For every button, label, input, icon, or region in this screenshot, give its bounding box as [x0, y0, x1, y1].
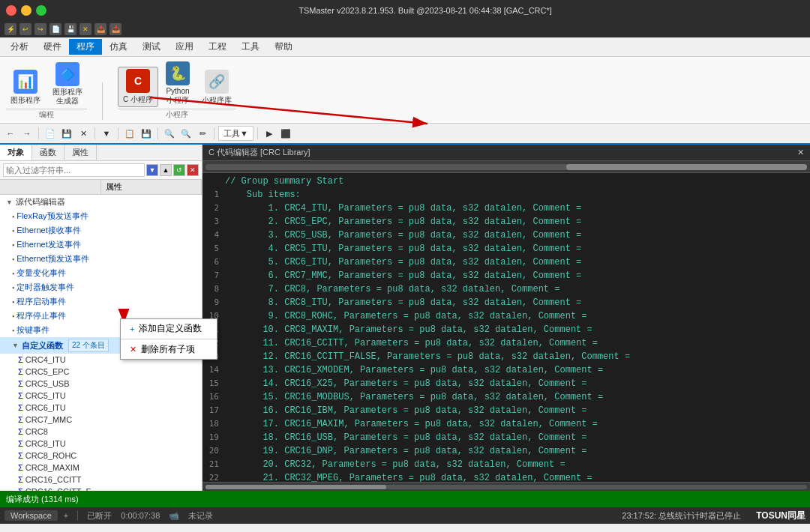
- tree-item-crc16ccitt[interactable]: Σ CRC16_CCITT: [0, 474, 202, 486]
- ctx-item-add[interactable]: + 添加自定义函数: [121, 319, 217, 338]
- redo-icon[interactable]: ↪: [34, 23, 46, 35]
- hscrollbar-thumb[interactable]: [206, 485, 386, 489]
- code-area[interactable]: // Group summary Start 1 Sub items: 2 1.…: [202, 173, 810, 482]
- minimize-icon[interactable]: [21, 5, 32, 16]
- lightning-icon[interactable]: ⚡: [4, 23, 16, 35]
- st-filter-down[interactable]: ▼: [99, 126, 114, 141]
- export-icon[interactable]: 📤: [94, 23, 106, 35]
- tree-item-crc16ccittf[interactable]: Σ CRC16_CCITT_F: [0, 486, 202, 491]
- import-icon[interactable]: 📥: [110, 23, 122, 35]
- tree-crc4-label: CRC4_ITU: [26, 355, 66, 364]
- menu-project[interactable]: 工程: [201, 39, 234, 55]
- editor-close-btn[interactable]: ✕: [797, 148, 804, 157]
- st-search2[interactable]: 🔍: [178, 126, 194, 141]
- tab-properties[interactable]: 属性: [64, 145, 97, 160]
- tree-item-eth-recv[interactable]: ▪ Ethernet接收事件: [0, 223, 202, 238]
- tree-item-crc5usb[interactable]: Σ CRC5_USB: [0, 378, 202, 390]
- tree-key-label: 按键事件: [16, 324, 50, 336]
- undo-icon[interactable]: ↩: [20, 23, 32, 35]
- menu-analyze[interactable]: 分析: [3, 39, 36, 55]
- menu-apply[interactable]: 应用: [168, 39, 201, 55]
- editor-scrollbar[interactable]: [202, 161, 810, 173]
- tree-item-timer[interactable]: ▪ 定时器触发事件: [0, 280, 202, 294]
- ribbon-btn-prog-lib[interactable]: 🔗 小程序库: [197, 68, 236, 107]
- tree-crc5epc-label: CRC5_EPC: [26, 367, 70, 376]
- ribbon-btn-c-program[interactable]: C C 小程序: [118, 67, 158, 107]
- sigma-icon: Σ: [18, 415, 23, 424]
- tools-dropdown[interactable]: 工具▼: [218, 126, 254, 141]
- scrollbar-track[interactable]: [206, 164, 807, 170]
- st-new-file[interactable]: 📄: [43, 126, 58, 141]
- filter-close-btn[interactable]: ✕: [187, 164, 199, 176]
- code-line-19: 19 18. CRC16_USB, Parameters = pu8 data,…: [202, 432, 810, 446]
- menu-test[interactable]: 测试: [135, 39, 168, 55]
- tree-item-crc7[interactable]: Σ CRC7_MMC: [0, 414, 202, 426]
- tree-item-crc8[interactable]: Σ CRC8: [0, 426, 202, 438]
- tree-item-eth-send[interactable]: ▪ Ethernet发送事件: [0, 238, 202, 252]
- filter-clear-btn[interactable]: ▼: [146, 164, 158, 176]
- st-edit[interactable]: ✏: [195, 126, 210, 141]
- taskbar: Workspace + 已断开 0:00:07:38 📹 未记录 23:17:5…: [0, 507, 810, 524]
- line-content: 6. CRC7_MMC, Parameters = pu8 data, s32 …: [225, 270, 581, 281]
- editor-hscrollbar[interactable]: [202, 482, 810, 491]
- menu-tools[interactable]: 工具: [234, 39, 267, 55]
- ctx-add-label: 添加自定义函数: [139, 322, 202, 335]
- st-sep4: [158, 127, 158, 139]
- tab-objects[interactable]: 对象: [0, 145, 32, 160]
- st-close[interactable]: ✕: [76, 126, 91, 141]
- save-icon[interactable]: 💾: [64, 23, 76, 35]
- add-workspace-btn[interactable]: +: [64, 511, 68, 520]
- item-icon: ▪: [12, 213, 14, 220]
- st-run[interactable]: ▶: [262, 126, 277, 141]
- tree-item-flexray[interactable]: ▪ FlexRay预发送事件: [0, 209, 202, 223]
- ribbon: 📊 图形程序 🔷 图形程序生成器 编程 C C 小程序 🐍 Pyt: [0, 57, 810, 124]
- st-search1[interactable]: 🔍: [162, 126, 177, 141]
- new-icon[interactable]: 📄: [50, 23, 62, 35]
- tree-item-crc6[interactable]: Σ CRC6_ITU: [0, 402, 202, 414]
- menu-program[interactable]: 程序: [69, 39, 102, 55]
- tab-functions[interactable]: 函数: [32, 145, 64, 160]
- st-paste[interactable]: 💾: [139, 126, 154, 141]
- filter-input[interactable]: [3, 163, 145, 177]
- line-num: 18: [202, 419, 225, 429]
- st-forward[interactable]: →: [20, 126, 34, 141]
- window-controls[interactable]: [6, 5, 46, 16]
- tree-item-crc5itu[interactable]: Σ CRC5_ITU: [0, 390, 202, 402]
- code-line-10: 10 9. CRC8_ROHC, Parameters = pu8 data, …: [202, 311, 810, 324]
- ctx-item-delete[interactable]: ✕ 删除所有子项: [121, 340, 217, 359]
- tree-item-var-change[interactable]: ▪ 变量变化事件: [0, 266, 202, 280]
- ribbon-btn-graphical-gen[interactable]: 🔷 图形程序生成器: [48, 61, 87, 107]
- ribbon-btn-graphical[interactable]: 📊 图形程序: [6, 68, 45, 107]
- item-icon: ▪: [12, 298, 14, 306]
- close-file-icon[interactable]: ✕: [80, 23, 92, 35]
- menu-hardware[interactable]: 硬件: [36, 39, 69, 55]
- tree-item-prog-start[interactable]: ▪ 程序启动事件: [0, 294, 202, 309]
- tree-item-crc5epc[interactable]: Σ CRC5_EPC: [0, 366, 202, 378]
- st-copy[interactable]: 📋: [122, 126, 137, 141]
- st-back[interactable]: ←: [3, 126, 18, 141]
- tree-item-root[interactable]: ▼ 源代码编辑器: [0, 195, 202, 209]
- main-area: 对象 函数 属性 ▼ ▲ ↺ ✕ 属性 ▼ 源代码编辑器: [0, 145, 810, 491]
- line-content: 16. CRC16_IBM, Parameters = pu8 data, s3…: [225, 405, 586, 416]
- maximize-icon[interactable]: [36, 5, 46, 16]
- tree-item-crc8maxim[interactable]: Σ CRC8_MAXIM: [0, 462, 202, 474]
- menu-simulate[interactable]: 仿真: [102, 39, 135, 55]
- filter-up-btn[interactable]: ▲: [160, 164, 172, 176]
- tree-item-crc8itu[interactable]: Σ CRC8_ITU: [0, 438, 202, 450]
- st-stop[interactable]: ⬛: [278, 126, 293, 141]
- filter-refresh-btn[interactable]: ↺: [173, 164, 185, 176]
- menu-help[interactable]: 帮助: [267, 39, 300, 55]
- st-save[interactable]: 💾: [59, 126, 74, 141]
- tree-item-eth-pre-send[interactable]: ▪ Ethernet预发送事件: [0, 252, 202, 266]
- tree-crc6-label: CRC6_ITU: [26, 403, 66, 412]
- expand-icon: ▼: [12, 342, 20, 349]
- line-num: 21: [202, 459, 225, 469]
- tree-item-crc8rohc[interactable]: Σ CRC8_ROHC: [0, 450, 202, 462]
- ribbon-btn-python[interactable]: 🐍 Python小程序: [161, 60, 194, 107]
- close-icon[interactable]: [6, 5, 16, 16]
- line-content: // Group summary Start: [225, 176, 344, 187]
- scrollbar-thumb[interactable]: [566, 164, 807, 170]
- code-line-18: 18 17. CRC16_MAXIM, Parameters = pu8 dat…: [202, 419, 810, 432]
- hscrollbar-track[interactable]: [206, 485, 807, 489]
- workspace-btn[interactable]: Workspace: [4, 510, 58, 521]
